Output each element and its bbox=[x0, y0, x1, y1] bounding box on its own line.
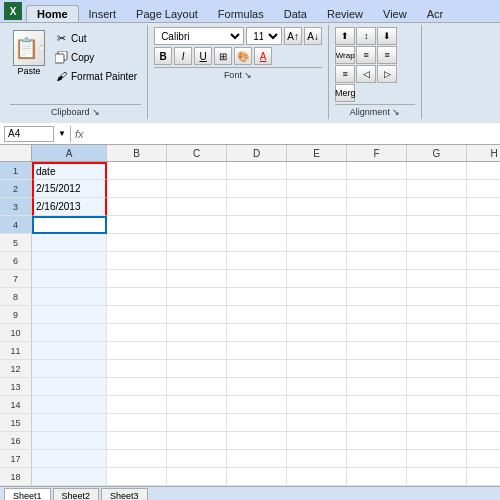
cell-a3[interactable]: 2/16/2013 bbox=[32, 198, 107, 216]
font-name-select[interactable]: Calibri bbox=[154, 27, 244, 45]
cell-d1[interactable] bbox=[227, 162, 287, 180]
tab-home[interactable]: Home bbox=[26, 5, 79, 22]
border-button[interactable]: ⊞ bbox=[214, 47, 232, 65]
align-right-button[interactable]: ≡ bbox=[335, 65, 355, 83]
format-painter-label: Format Painter bbox=[71, 71, 137, 82]
font-expand-icon[interactable]: ↘ bbox=[244, 70, 252, 80]
align-top-button[interactable]: ⬆ bbox=[335, 27, 355, 45]
cell-c1[interactable] bbox=[167, 162, 227, 180]
tab-view[interactable]: View bbox=[373, 6, 417, 22]
cell-d4[interactable] bbox=[227, 216, 287, 234]
sheet-tabs-bar: Sheet1 Sheet2 Sheet3 bbox=[0, 486, 500, 500]
col-header-e[interactable]: E bbox=[287, 145, 347, 161]
table-row: 7 bbox=[0, 270, 500, 288]
font-size-select[interactable]: 11 bbox=[246, 27, 282, 45]
align-left-button[interactable]: ≡ bbox=[356, 46, 376, 64]
merge-button[interactable]: Merg bbox=[335, 84, 355, 102]
ribbon-content: Paste ✂ Cut bbox=[0, 22, 500, 123]
italic-button[interactable]: I bbox=[174, 47, 192, 65]
copy-label: Copy bbox=[71, 52, 94, 63]
col-header-c[interactable]: C bbox=[167, 145, 227, 161]
cell-b2[interactable] bbox=[107, 180, 167, 198]
tab-data[interactable]: Data bbox=[274, 6, 317, 22]
decrease-font-button[interactable]: A↓ bbox=[304, 27, 322, 45]
fill-color-button[interactable]: 🎨 bbox=[234, 47, 252, 65]
cell-e3[interactable] bbox=[287, 198, 347, 216]
cell-a2[interactable]: 2/15/2012 bbox=[32, 180, 107, 198]
underline-button[interactable]: U bbox=[194, 47, 212, 65]
cell-h2[interactable] bbox=[467, 180, 500, 198]
copy-button[interactable]: Copy bbox=[50, 48, 141, 66]
table-row: 4 bbox=[0, 216, 500, 234]
paste-button[interactable]: Paste bbox=[10, 27, 48, 85]
alignment-expand-icon[interactable]: ↘ bbox=[392, 107, 400, 117]
col-header-a[interactable]: A bbox=[32, 145, 107, 161]
cell-g1[interactable] bbox=[407, 162, 467, 180]
col-header-d[interactable]: D bbox=[227, 145, 287, 161]
align-middle-button[interactable]: ↕ bbox=[356, 27, 376, 45]
indent-decrease-button[interactable]: ◁ bbox=[356, 65, 376, 83]
font-group-label: Font ↘ bbox=[154, 67, 322, 80]
cut-button[interactable]: ✂ Cut bbox=[50, 29, 141, 47]
format-painter-button[interactable]: 🖌 Format Painter bbox=[50, 67, 141, 85]
cell-b4[interactable] bbox=[107, 216, 167, 234]
row-col-corner bbox=[0, 145, 32, 161]
paste-label: Paste bbox=[17, 66, 40, 76]
cell-f2[interactable] bbox=[347, 180, 407, 198]
bold-button[interactable]: B bbox=[154, 47, 172, 65]
col-header-g[interactable]: G bbox=[407, 145, 467, 161]
sheet-tab-sheet3[interactable]: Sheet3 bbox=[101, 488, 148, 501]
cell-h3[interactable] bbox=[467, 198, 500, 216]
font-color-button[interactable]: A bbox=[254, 47, 272, 65]
alignment-buttons: ⬆ ↕ ⬇ Wrap ≡ ≡ ≡ ◁ ▷ Merg bbox=[335, 27, 415, 102]
sheet-tab-sheet2[interactable]: Sheet2 bbox=[53, 488, 100, 501]
cell-a4[interactable] bbox=[32, 216, 107, 234]
sheet-tab-sheet1[interactable]: Sheet1 bbox=[4, 488, 51, 501]
cell-c2[interactable] bbox=[167, 180, 227, 198]
cell-f4[interactable] bbox=[347, 216, 407, 234]
tab-review[interactable]: Review bbox=[317, 6, 373, 22]
table-row: 13 bbox=[0, 378, 500, 396]
table-row: 2 2/15/2012 bbox=[0, 180, 500, 198]
font-group: Calibri 11 A↑ A↓ B I U ⊞ 🎨 A bbox=[148, 25, 329, 119]
increase-font-button[interactable]: A↑ bbox=[284, 27, 302, 45]
cell-g2[interactable] bbox=[407, 180, 467, 198]
column-headers: A B C D E F G H bbox=[0, 145, 500, 162]
cell-e1[interactable] bbox=[287, 162, 347, 180]
cell-h4[interactable] bbox=[467, 216, 500, 234]
col-header-h[interactable]: H bbox=[467, 145, 500, 161]
table-row: 15 bbox=[0, 414, 500, 432]
cell-d3[interactable] bbox=[227, 198, 287, 216]
tab-page-layout[interactable]: Page Layout bbox=[126, 6, 208, 22]
cell-e4[interactable] bbox=[287, 216, 347, 234]
row-num-3: 3 bbox=[0, 198, 32, 216]
cell-a1[interactable]: date bbox=[32, 162, 107, 180]
cell-f3[interactable] bbox=[347, 198, 407, 216]
font-style-row: B I U ⊞ 🎨 A bbox=[154, 47, 322, 65]
cell-g4[interactable] bbox=[407, 216, 467, 234]
cell-d2[interactable] bbox=[227, 180, 287, 198]
cell-b3[interactable] bbox=[107, 198, 167, 216]
formula-bar: A4 ▼ fx bbox=[0, 123, 500, 145]
cell-h1[interactable] bbox=[467, 162, 500, 180]
cell-ref-dropdown-icon[interactable]: ▼ bbox=[58, 129, 66, 138]
col-header-b[interactable]: B bbox=[107, 145, 167, 161]
excel-icon: X bbox=[4, 2, 22, 20]
cell-c3[interactable] bbox=[167, 198, 227, 216]
formula-input[interactable] bbox=[87, 128, 496, 140]
tab-acr[interactable]: Acr bbox=[417, 6, 454, 22]
cell-c4[interactable] bbox=[167, 216, 227, 234]
align-center-button[interactable]: ≡ bbox=[377, 46, 397, 64]
indent-increase-button[interactable]: ▷ bbox=[377, 65, 397, 83]
tab-insert[interactable]: Insert bbox=[79, 6, 127, 22]
paste-icon bbox=[13, 30, 45, 66]
align-bottom-button[interactable]: ⬇ bbox=[377, 27, 397, 45]
clipboard-expand-icon[interactable]: ↘ bbox=[92, 107, 100, 117]
tab-formulas[interactable]: Formulas bbox=[208, 6, 274, 22]
wrap-text-button[interactable]: Wrap bbox=[335, 46, 355, 64]
cell-e2[interactable] bbox=[287, 180, 347, 198]
col-header-f[interactable]: F bbox=[347, 145, 407, 161]
cell-b1[interactable] bbox=[107, 162, 167, 180]
cell-g3[interactable] bbox=[407, 198, 467, 216]
cell-f1[interactable] bbox=[347, 162, 407, 180]
